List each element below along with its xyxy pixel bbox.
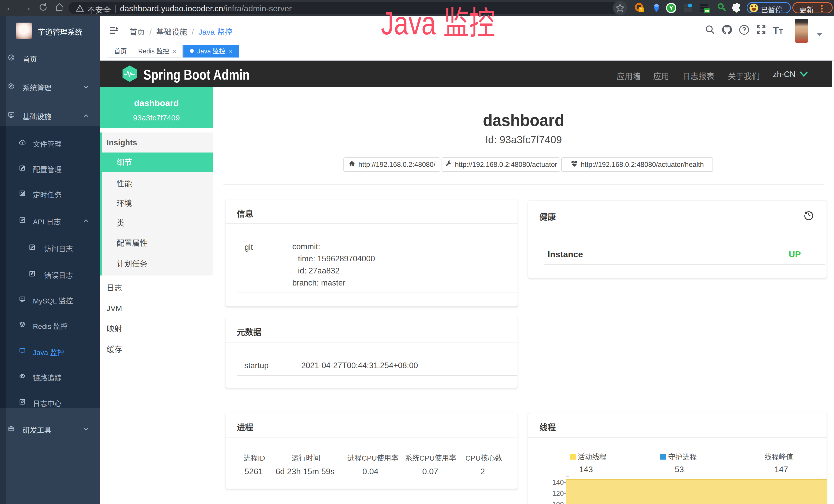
- svg-text:1: 1: [640, 8, 642, 12]
- svg-text:on: on: [705, 9, 709, 13]
